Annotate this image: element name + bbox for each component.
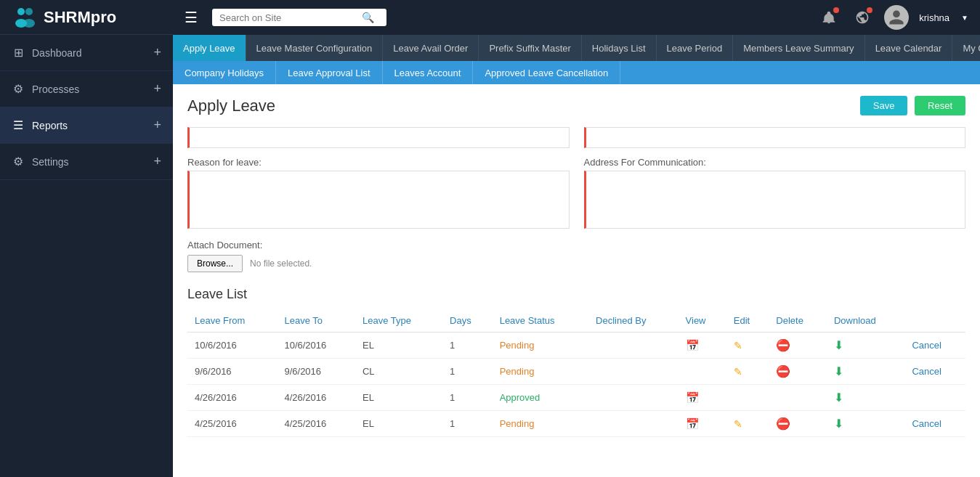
cell-days: 1 [442, 411, 493, 437]
cell-delete: ⛔ [769, 359, 827, 385]
cell-leave-to: 4/25/2016 [277, 411, 355, 437]
leave-list-title: Leave List [187, 287, 965, 302]
hamburger-icon[interactable]: ☰ [185, 9, 198, 26]
field2-input[interactable] [584, 127, 966, 148]
cell-edit: ✎ [726, 333, 769, 359]
sidebar-item-settings[interactable]: ⚙ Settings + [0, 144, 173, 180]
cell-edit: ✎ [726, 359, 769, 385]
sidebar: SHRMpro ⊞ Dashboard + ⚙ Processes + ☰ Re… [0, 0, 173, 477]
delete-icon[interactable]: ⛔ [776, 338, 790, 352]
cancel-link[interactable]: Cancel [912, 340, 941, 351]
address-textarea[interactable] [584, 171, 966, 229]
user-dropdown-chevron[interactable]: ▼ [961, 14, 968, 22]
reason-textarea[interactable] [187, 171, 570, 229]
settings-icon: ⚙ [12, 155, 25, 168]
user-name[interactable]: krishna [919, 12, 949, 23]
download-icon[interactable]: ⬇ [834, 338, 843, 352]
cell-leave-type: EL [355, 333, 442, 359]
tab-leave-period[interactable]: Leave Period [657, 35, 734, 61]
view-icon[interactable]: 📅 [686, 391, 700, 404]
cell-cancel [904, 385, 965, 411]
col-action [904, 309, 965, 333]
globe-btn[interactable] [851, 6, 874, 29]
edit-icon[interactable]: ✎ [734, 340, 742, 351]
cell-leave-from: 10/6/2016 [187, 333, 277, 359]
download-icon[interactable]: ⬇ [834, 417, 843, 431]
tab-my-calendar[interactable]: My Calendar [952, 35, 980, 61]
expand-icon: + [153, 81, 161, 97]
sub-tab-bar: Company Holidays Leave Approval List Lea… [173, 61, 980, 84]
view-icon[interactable]: 📅 [686, 339, 700, 352]
action-buttons: Save Reset [860, 96, 965, 115]
attach-label: Attach Document: [187, 240, 965, 250]
cell-delete [769, 385, 827, 411]
col-delete: Delete [769, 309, 827, 333]
cell-view: 📅 [679, 333, 726, 359]
tab-members-leave-summary[interactable]: Members Leave Summary [733, 35, 864, 61]
cancel-link[interactable]: Cancel [912, 366, 941, 377]
tab-apply-leave[interactable]: Apply Leave [173, 35, 246, 61]
tab-leave-master[interactable]: Leave Master Configuration [246, 35, 384, 61]
reset-button[interactable]: Reset [915, 96, 965, 115]
search-input[interactable] [219, 12, 357, 23]
sub-tab-leaves-account[interactable]: Leaves Account [383, 61, 474, 84]
logo: SHRMpro [0, 0, 173, 35]
tab-leave-avail-order[interactable]: Leave Avail Order [383, 35, 479, 61]
browse-button[interactable]: Browse... [187, 255, 243, 272]
cell-download: ⬇ [827, 411, 905, 437]
cell-declined-by [588, 359, 678, 385]
cell-leave-to: 4/26/2016 [277, 385, 355, 411]
cell-leave-from: 4/25/2016 [187, 411, 277, 437]
top-header: ☰ 🔍 krishna ▼ [173, 0, 980, 35]
cancel-link[interactable]: Cancel [912, 418, 941, 429]
download-icon[interactable]: ⬇ [834, 391, 843, 404]
field1-input[interactable] [187, 127, 570, 148]
content-area: Apply Leave Save Reset Reason for leave:… [173, 84, 980, 477]
tab-prefix-suffix-master[interactable]: Prefix Suffix Master [479, 35, 581, 61]
sub-tab-leave-approval-list[interactable]: Leave Approval List [276, 61, 382, 84]
cell-edit: ✎ [726, 411, 769, 437]
sidebar-item-reports[interactable]: ☰ Reports + [0, 107, 173, 144]
leave-list-table: Leave From Leave To Leave Type Days Leav… [187, 309, 965, 437]
cell-edit [726, 385, 769, 411]
top-form-row [187, 127, 965, 148]
no-file-text: No file selected. [250, 258, 312, 269]
download-icon[interactable]: ⬇ [834, 364, 843, 378]
col-leave-status: Leave Status [493, 309, 588, 333]
sub-tab-approved-leave-cancellation[interactable]: Approved Leave Cancellation [473, 61, 620, 84]
dashboard-icon: ⊞ [12, 46, 25, 60]
cell-declined-by [588, 385, 678, 411]
sidebar-item-dashboard[interactable]: ⊞ Dashboard + [0, 35, 173, 71]
search-box[interactable]: 🔍 [212, 9, 386, 26]
table-row: 9/6/2016 9/6/2016 CL 1 Pending ✎ ⛔ ⬇ Can… [187, 359, 965, 385]
sub-tab-company-holidays[interactable]: Company Holidays [173, 61, 276, 84]
sidebar-item-processes[interactable]: ⚙ Processes + [0, 71, 173, 107]
edit-icon[interactable]: ✎ [734, 418, 742, 430]
notification-btn[interactable] [817, 6, 841, 29]
svg-point-1 [25, 8, 33, 15]
main-area: ☰ 🔍 krishna ▼ Apply Leave Leav [173, 0, 980, 477]
cell-view: 📅 [679, 411, 726, 437]
search-icon: 🔍 [362, 12, 374, 23]
sidebar-item-label: Dashboard [32, 47, 82, 59]
cell-view: 📅 [679, 385, 726, 411]
view-icon[interactable]: 📅 [686, 417, 700, 431]
avatar [884, 5, 909, 30]
sidebar-item-label: Reports [32, 120, 68, 131]
cell-download: ⬇ [827, 359, 905, 385]
delete-icon[interactable]: ⛔ [776, 364, 790, 378]
tab-holidays-list[interactable]: Holidays List [582, 35, 657, 61]
field-right [584, 127, 966, 148]
tab-leave-calendar[interactable]: Leave Calendar [865, 35, 953, 61]
expand-icon: + [153, 154, 161, 169]
col-edit: Edit [726, 309, 769, 333]
table-row: 10/6/2016 10/6/2016 EL 1 Pending 📅 ✎ ⛔ ⬇… [187, 333, 965, 359]
delete-icon[interactable]: ⛔ [776, 417, 790, 431]
edit-icon[interactable]: ✎ [734, 366, 742, 378]
save-button[interactable]: Save [860, 96, 908, 115]
col-days: Days [442, 309, 493, 333]
cell-leave-type: EL [355, 385, 442, 411]
cell-cancel: Cancel [904, 411, 965, 437]
cell-leave-type: CL [355, 359, 442, 385]
expand-icon: + [153, 118, 161, 133]
